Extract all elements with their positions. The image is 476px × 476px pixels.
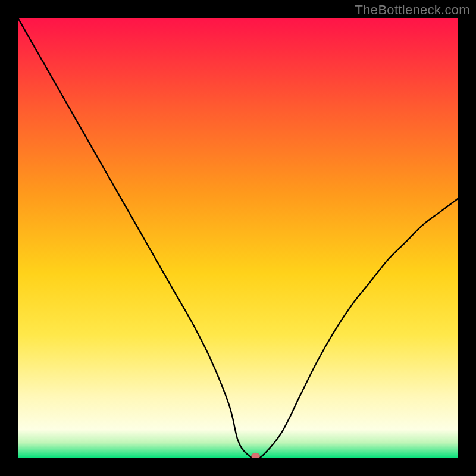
optimum-marker xyxy=(252,453,260,458)
plot-area xyxy=(18,18,458,458)
gradient-rect xyxy=(18,18,458,458)
chart-frame: TheBottleneck.com xyxy=(0,0,476,476)
watermark-text: TheBottleneck.com xyxy=(355,2,470,18)
chart-svg xyxy=(18,18,458,458)
